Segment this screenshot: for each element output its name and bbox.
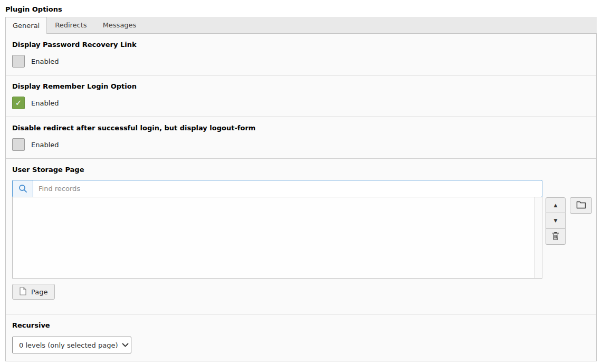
recursive-selected-value: 0 levels (only selected page) <box>19 341 118 349</box>
tab-redirects[interactable]: Redirects <box>47 17 94 33</box>
option-recursive: Recursive 0 levels (only selected page) <box>6 314 596 361</box>
remember-login-checkbox[interactable] <box>12 97 25 109</box>
search-icon <box>13 180 33 197</box>
disable-redirect-checkbox-label: Enabled <box>31 141 59 149</box>
remember-login-label: Display Remember Login Option <box>12 82 590 90</box>
record-reorder-button-group: ▲ ▼ <box>546 197 566 245</box>
tab-content-panel: Display Password Recovery Link Enabled D… <box>5 34 597 361</box>
disable-redirect-checkbox[interactable] <box>12 138 25 151</box>
trash-icon <box>552 232 559 242</box>
selected-records-listbox[interactable] <box>12 197 542 279</box>
tab-general[interactable]: General <box>5 17 47 34</box>
disable-redirect-row: Enabled <box>12 138 590 151</box>
password-recovery-row: Enabled <box>12 55 590 68</box>
user-storage-body: Page ▲ ▼ <box>12 180 590 300</box>
remember-login-row: Enabled <box>12 97 590 109</box>
page-title: Plugin Options <box>5 5 597 13</box>
arrow-down-icon: ▼ <box>554 218 558 223</box>
page-button-label: Page <box>31 288 47 296</box>
arrow-up-icon: ▲ <box>554 203 558 208</box>
remove-record-button[interactable] <box>546 229 566 245</box>
option-remember-login: Display Remember Login Option Enabled <box>6 75 596 117</box>
page-icon <box>20 287 26 297</box>
chevron-down-icon <box>122 343 129 347</box>
password-recovery-checkbox-label: Enabled <box>31 58 59 65</box>
disable-redirect-label: Disable redirect after successful login,… <box>12 124 590 132</box>
user-storage-picker: Page <box>12 180 542 300</box>
remember-login-checkbox-label: Enabled <box>31 99 59 107</box>
browse-records-button[interactable] <box>570 197 592 214</box>
option-disable-redirect: Disable redirect after successful login,… <box>6 117 596 158</box>
find-records-input[interactable] <box>33 180 542 197</box>
option-user-storage-page: User Storage Page <box>6 158 596 314</box>
listbox-scrollbar[interactable] <box>534 197 542 278</box>
option-password-recovery: Display Password Recovery Link Enabled <box>6 34 596 75</box>
password-recovery-checkbox[interactable] <box>12 55 25 68</box>
recursive-select[interactable]: 0 levels (only selected page) <box>12 337 131 353</box>
password-recovery-label: Display Password Recovery Link <box>12 41 590 49</box>
user-storage-label: User Storage Page <box>12 166 590 174</box>
recursive-label: Recursive <box>12 321 590 329</box>
move-up-button[interactable]: ▲ <box>546 197 566 213</box>
move-down-button[interactable]: ▼ <box>546 213 566 229</box>
folder-icon <box>576 201 586 210</box>
tab-bar: General Redirects Messages <box>5 17 597 34</box>
record-search-group <box>12 180 542 197</box>
tab-messages[interactable]: Messages <box>95 17 145 33</box>
plugin-options-form: Plugin Options General Redirects Message… <box>5 5 597 361</box>
page-record-button[interactable]: Page <box>12 284 55 300</box>
